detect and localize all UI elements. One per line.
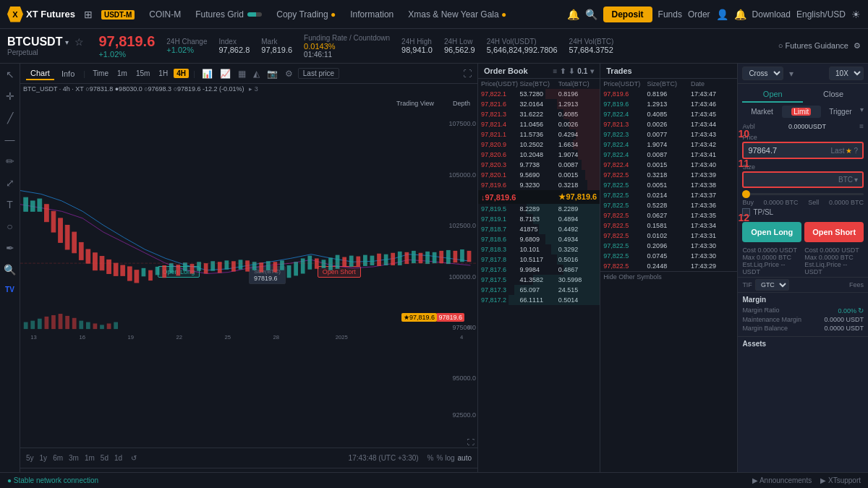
- bar-chart-icon[interactable]: ▦: [236, 67, 248, 80]
- expand-icon[interactable]: ⛶: [463, 69, 472, 79]
- nav-usdt-m[interactable]: USDT-M: [95, 7, 140, 22]
- depth-label[interactable]: Depth: [453, 100, 470, 107]
- open-short-button[interactable]: Open Short: [804, 222, 864, 242]
- svg-rect-42: [315, 258, 319, 268]
- draw-icon[interactable]: ✏: [4, 153, 17, 169]
- area-chart-icon[interactable]: ◭: [251, 67, 262, 80]
- tab-chart[interactable]: Chart: [26, 67, 54, 80]
- nav-download[interactable]: Download: [752, 9, 791, 20]
- open-long-button[interactable]: Open Long: [742, 222, 801, 242]
- announcements-link[interactable]: ▶ Announcements: [752, 476, 812, 484]
- symbol-name[interactable]: BTCUSDT: [7, 35, 62, 48]
- expand-chart-icon[interactable]: ▸ 3: [249, 85, 258, 93]
- fullscreen-icon[interactable]: ⛶: [467, 438, 475, 446]
- trade-row: 97,822.40.408517:43:45: [600, 109, 737, 119]
- settings-icon[interactable]: ▾: [789, 69, 793, 79]
- nav-futures-grid[interactable]: Futures Grid: [190, 7, 268, 22]
- tf-time[interactable]: Time: [90, 69, 111, 78]
- zoom-icon[interactable]: 🔍: [1, 262, 18, 278]
- favorite-icon[interactable]: ☆: [75, 36, 84, 48]
- range-1y[interactable]: 1y: [40, 454, 48, 462]
- cursor-icon[interactable]: ↖: [4, 67, 17, 82]
- price-input[interactable]: 97864.7 Last ★ ?: [742, 142, 864, 159]
- nav-coin-m[interactable]: COIN-M: [143, 7, 187, 22]
- fees-link[interactable]: Fees: [849, 281, 864, 288]
- slider-handle[interactable]: [742, 190, 750, 198]
- nav-bell2-icon[interactable]: 🔔: [734, 9, 746, 20]
- tab-info[interactable]: Info: [57, 68, 79, 80]
- cross-select[interactable]: Cross: [742, 67, 783, 80]
- svg-rect-15: [127, 267, 132, 281]
- nav-xmas[interactable]: Xmas & New Year Gala ●: [402, 7, 512, 22]
- ob-list-icon[interactable]: ≡: [553, 67, 557, 75]
- range-6m[interactable]: 6m: [53, 454, 63, 462]
- network-status: ● Stable network connection: [7, 476, 98, 484]
- price-last-icon[interactable]: ★: [846, 147, 852, 155]
- candle-icon[interactable]: 📊: [200, 67, 215, 80]
- tf-4h[interactable]: 4H: [174, 69, 189, 78]
- nav-user-icon[interactable]: 👤: [716, 9, 728, 20]
- percent-toggle[interactable]: %: [427, 454, 434, 462]
- trigger-dropdown-icon[interactable]: ▾: [860, 106, 864, 118]
- ob-decimal[interactable]: 0.1: [577, 67, 587, 75]
- gear-icon[interactable]: ⚙: [854, 41, 861, 50]
- nav-information[interactable]: Information: [344, 7, 399, 22]
- leverage-select[interactable]: 10X: [829, 67, 864, 80]
- size-unit-icon[interactable]: ▾: [854, 176, 858, 184]
- size-input[interactable]: BTC ▾: [742, 171, 864, 188]
- range-1m[interactable]: 1m: [85, 454, 95, 462]
- svg-rect-20: [162, 265, 166, 278]
- trade-row: 97,822.50.074517:43:30: [600, 251, 737, 261]
- reset-icon[interactable]: ↺: [131, 454, 137, 462]
- hide-other-symbols-btn[interactable]: Hide Other Symbols: [600, 271, 737, 282]
- nav-bell-icon[interactable]: 🔔: [567, 9, 579, 20]
- svg-rect-60: [439, 251, 443, 263]
- tab-market[interactable]: Market: [742, 106, 781, 118]
- tf-1h[interactable]: 1H: [156, 69, 171, 78]
- trend-line-icon[interactable]: ╱: [5, 110, 15, 126]
- nav-order[interactable]: Order: [688, 9, 710, 20]
- auto-toggle[interactable]: auto: [458, 454, 472, 462]
- pencil-icon[interactable]: ✒: [4, 240, 17, 256]
- last-price-btn[interactable]: Last price: [298, 68, 339, 79]
- trading-view-label[interactable]: Trading View: [396, 100, 434, 107]
- text-icon[interactable]: T: [4, 197, 15, 213]
- measure-icon[interactable]: ⤢: [4, 175, 17, 191]
- ob-decimal-icon[interactable]: ▾: [590, 67, 594, 75]
- shape-icon[interactable]: ○: [4, 218, 14, 234]
- price-info-icon[interactable]: ?: [854, 147, 858, 155]
- horizontal-line-icon[interactable]: —: [3, 132, 17, 147]
- log-toggle[interactable]: % log: [437, 454, 455, 462]
- tab-open[interactable]: Open: [742, 87, 803, 103]
- search-icon[interactable]: 🔍: [585, 9, 597, 20]
- nav-funds[interactable]: Funds: [658, 9, 682, 20]
- ob-asks-icon[interactable]: ⬆: [560, 67, 566, 75]
- futures-guidance[interactable]: ○ Futures Guidance ⚙: [778, 41, 861, 51]
- tpsl-row: TP/SL: [738, 207, 868, 218]
- xtsupport-link[interactable]: ▶ XTsupport: [820, 476, 861, 484]
- nav-icon-grid[interactable]: ⊞: [84, 9, 93, 20]
- tf-1m[interactable]: 1m: [114, 69, 130, 78]
- range-5d[interactable]: 5d: [101, 454, 109, 462]
- tif-select[interactable]: GTC: [755, 279, 789, 291]
- refresh-icon[interactable]: ↻: [858, 307, 864, 314]
- tab-trigger[interactable]: Trigger: [821, 106, 860, 118]
- nav-language[interactable]: English/USD: [796, 9, 846, 20]
- tf-15m[interactable]: 15m: [133, 69, 153, 78]
- range-5y[interactable]: 5y: [26, 454, 34, 462]
- nav-copy-trading[interactable]: Copy Trading ●: [271, 7, 341, 22]
- tab-limit[interactable]: Limit: [782, 106, 821, 118]
- settings-icon[interactable]: ⚙: [283, 67, 295, 80]
- range-3m[interactable]: 3m: [69, 454, 79, 462]
- screenshot-icon[interactable]: 📷: [265, 67, 280, 80]
- ob-bids-icon[interactable]: ⬇: [569, 67, 574, 75]
- nav-settings-icon[interactable]: ☀: [851, 9, 861, 20]
- tab-close[interactable]: Close: [803, 87, 864, 103]
- dropdown-icon[interactable]: ▾: [65, 38, 69, 46]
- svg-rect-76: [100, 325, 104, 329]
- ob-col-headers: Price(USDT) Size(BTC) Total(BTC): [478, 79, 600, 89]
- range-1d[interactable]: 1d: [114, 454, 122, 462]
- crosshair-icon[interactable]: ✛: [4, 88, 17, 104]
- line-chart-icon[interactable]: 📈: [218, 67, 233, 80]
- deposit-button[interactable]: Deposit: [603, 7, 652, 22]
